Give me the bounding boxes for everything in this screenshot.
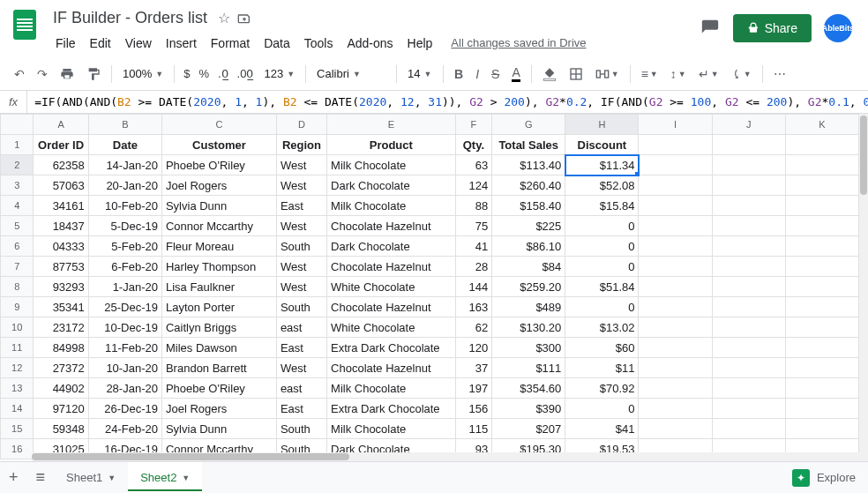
cell[interactable]: 115 [455,419,492,439]
col-header-G[interactable]: G [492,115,565,135]
col-header-A[interactable]: A [34,115,88,135]
cell[interactable]: 75 [455,216,492,236]
cell[interactable]: $259.20 [492,277,565,297]
cell[interactable] [639,155,712,175]
cell[interactable]: 28-Jan-20 [88,378,161,399]
cell[interactable] [712,135,785,155]
percent-button[interactable]: % [195,67,213,80]
cell[interactable]: 0 [565,297,639,317]
cell[interactable] [639,317,712,338]
row-header-2[interactable]: 2 [1,155,34,175]
cell[interactable]: 25-Dec-19 [88,297,161,317]
cell[interactable]: Phoebe O'Riley [161,378,276,399]
cell[interactable]: Date [88,135,161,155]
zoom-select[interactable]: 100%▼ [117,63,168,84]
cell[interactable]: $130.20 [492,317,565,338]
cell[interactable] [785,358,858,378]
cell[interactable] [639,297,712,317]
cell[interactable]: Chocolate Hazelnut [327,216,456,236]
col-header-B[interactable]: B [88,115,161,135]
cell[interactable]: Dark Chocolate [327,175,456,196]
cell[interactable]: $60 [565,338,639,358]
cell[interactable] [639,419,712,439]
cell[interactable]: 24-Feb-20 [88,419,161,439]
cell[interactable]: Sylvia Dunn [161,196,276,216]
cell[interactable]: Joel Rogers [161,175,276,196]
add-sheet-button[interactable]: + [0,461,27,494]
cell[interactable] [639,236,712,257]
cell[interactable]: 63 [455,155,492,175]
cell[interactable]: Fleur Moreau [161,236,276,257]
cell[interactable]: $225 [492,216,565,236]
cell[interactable]: Extra Dark Chocolate [327,338,456,358]
row-header-14[interactable]: 14 [1,399,34,419]
row-header-16[interactable]: 16 [1,439,34,459]
cell[interactable] [639,135,712,155]
cell[interactable]: Brandon Barrett [161,358,276,378]
move-icon[interactable] [237,11,251,26]
cell[interactable] [712,175,785,196]
cell[interactable]: 0 [565,216,639,236]
cell[interactable]: $158.40 [492,196,565,216]
cell[interactable]: 62 [455,317,492,338]
cell[interactable] [785,216,858,236]
row-header-8[interactable]: 8 [1,277,34,297]
row-header-12[interactable]: 12 [1,358,34,378]
cell[interactable] [639,378,712,399]
menu-format[interactable]: Format [205,33,256,54]
cell[interactable]: Region [276,135,326,155]
cell[interactable] [639,175,712,196]
cell[interactable]: 10-Jan-20 [88,358,161,378]
cell[interactable] [712,338,785,358]
paint-format-button[interactable] [81,63,106,86]
cell[interactable]: 57063 [34,175,88,196]
col-header-K[interactable]: K [785,115,858,135]
cell[interactable] [712,419,785,439]
cell[interactable]: South [276,236,326,257]
row-header-15[interactable]: 15 [1,419,34,439]
comments-icon[interactable] [700,18,721,39]
cell[interactable]: $390 [492,399,565,419]
cell[interactable] [785,317,858,338]
cell[interactable]: West [276,216,326,236]
cell[interactable]: East [276,338,326,358]
row-header-7[interactable]: 7 [1,257,34,277]
cell[interactable]: 59348 [34,419,88,439]
cell[interactable] [785,175,858,196]
col-header-C[interactable]: C [161,115,276,135]
cell[interactable]: 1-Jan-20 [88,277,161,297]
cell[interactable]: Harley Thompson [161,257,276,277]
cell[interactable]: 44902 [34,378,88,399]
cell[interactable]: $489 [492,297,565,317]
cell[interactable]: $84 [492,257,565,277]
menu-view[interactable]: View [119,33,158,54]
row-header-3[interactable]: 3 [1,175,34,196]
menu-data[interactable]: Data [258,33,296,54]
number-format-select[interactable]: 123▼ [258,63,300,84]
cell[interactable]: Lisa Faulkner [161,277,276,297]
cell[interactable] [639,196,712,216]
formula-input[interactable]: =IF(AND(AND(B2 >= DATE(2020, 1, 1), B2 <… [27,95,868,108]
cell[interactable]: 37 [455,358,492,378]
cell[interactable]: South [276,297,326,317]
cell[interactable] [712,399,785,419]
row-header-11[interactable]: 11 [1,338,34,358]
spreadsheet-grid[interactable]: ABCDEFGHIJK1Order IDDateCustomerRegionPr… [0,114,859,459]
cell[interactable]: Product [327,135,456,155]
saved-status[interactable]: All changes saved in Drive [447,33,589,54]
cell[interactable] [785,196,858,216]
cell[interactable] [785,277,858,297]
sheet-tab-1[interactable]: Sheet1▼ [54,464,128,491]
cell[interactable]: east [276,317,326,338]
cell[interactable]: Layton Porter [161,297,276,317]
cell[interactable]: East [276,196,326,216]
cell[interactable]: $13.02 [565,317,639,338]
row-header-5[interactable]: 5 [1,216,34,236]
cell[interactable]: West [276,155,326,175]
cell[interactable]: West [276,277,326,297]
cell[interactable] [712,378,785,399]
cell[interactable]: $11.34 [565,155,639,175]
cell[interactable]: $15.84 [565,196,639,216]
menu-tools[interactable]: Tools [298,33,340,54]
cell[interactable] [712,216,785,236]
